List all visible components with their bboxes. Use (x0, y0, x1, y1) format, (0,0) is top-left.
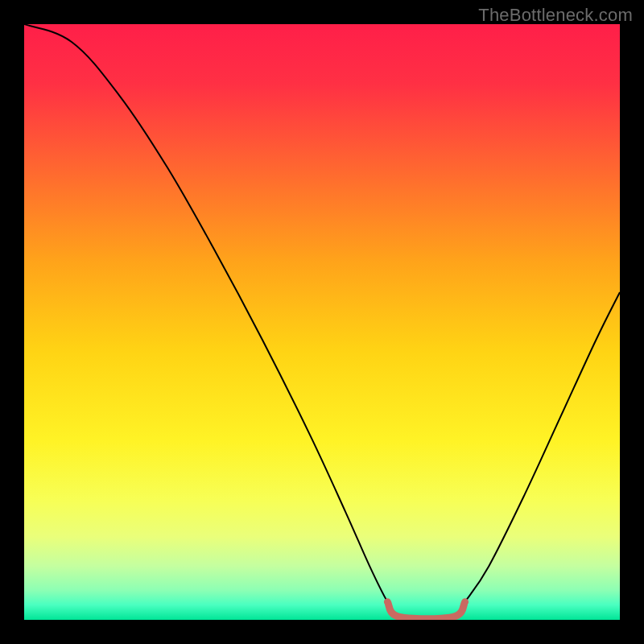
watermark-text: TheBottleneck.com (478, 5, 633, 26)
bottleneck-curve (24, 24, 620, 620)
plot-area (24, 24, 620, 620)
chart-frame: TheBottleneck.com (0, 0, 644, 644)
